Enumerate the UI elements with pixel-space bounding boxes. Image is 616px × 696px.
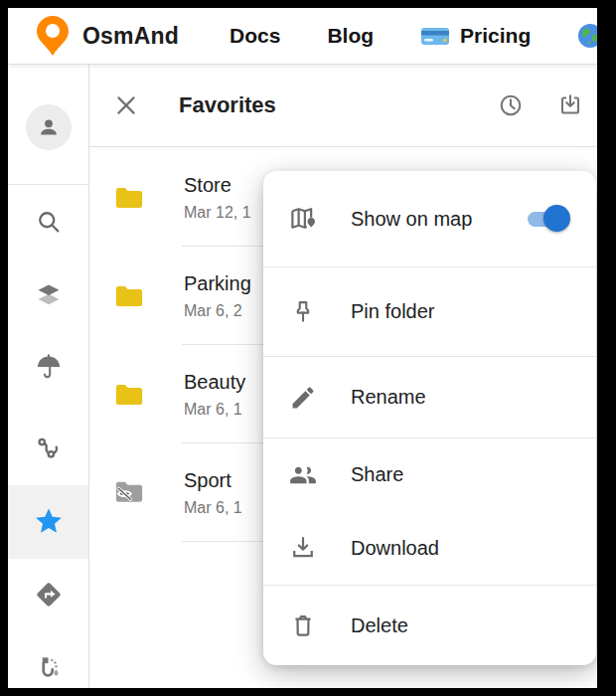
sidebar-divider <box>8 184 88 185</box>
folder-name: Store <box>184 174 251 197</box>
nav-link-docs[interactable]: Docs <box>230 24 280 48</box>
folder-icon <box>114 283 144 309</box>
menu-label-show-on-map: Show on map <box>351 208 472 231</box>
people-icon <box>288 460 318 490</box>
trash-icon <box>288 610 318 640</box>
folder-texts: Store Mar 12, 1 <box>184 174 251 222</box>
folder-date: Mar 12, 1 <box>184 204 251 222</box>
nav-link-blog-label: Blog <box>327 24 374 48</box>
pushpin-icon <box>288 297 318 327</box>
folder-date: Mar 6, 1 <box>184 499 242 517</box>
pencil-icon <box>288 383 318 413</box>
layers-icon <box>35 281 63 309</box>
menu-item-show-on-map[interactable]: Show on map <box>263 171 596 266</box>
folder-texts: Parking Mar 6, 2 <box>184 272 251 320</box>
top-navbar: OsmAnd Docs Blog <box>8 8 597 65</box>
show-on-map-toggle[interactable] <box>525 205 570 233</box>
menu-label-rename: Rename <box>351 386 426 409</box>
import-icon[interactable] <box>557 92 583 118</box>
left-sidebar <box>8 65 89 688</box>
search-icon <box>35 208 63 236</box>
sidebar-item-map-layers[interactable] <box>8 281 88 309</box>
osmand-logo-icon[interactable] <box>34 14 72 58</box>
sidebar-item-plan-route[interactable] <box>8 653 88 683</box>
nav-link-pricing[interactable]: Pricing <box>420 24 531 48</box>
folder-icon <box>114 185 144 211</box>
toggle-thumb <box>543 205 570 232</box>
folder-texts: Sport Mar 6, 1 <box>184 469 242 517</box>
sidebar-item-navigation[interactable] <box>8 580 88 609</box>
panel-header: Favorites <box>89 65 597 147</box>
nav-link-pricing-label: Pricing <box>460 24 531 48</box>
brand-name[interactable]: OsmAnd <box>82 23 179 50</box>
screenshot-frame: OsmAnd Docs Blog <box>0 0 616 696</box>
nav-links: Docs Blog Pricing <box>230 23 597 49</box>
history-clock-icon[interactable] <box>498 92 524 118</box>
folder-name: Sport <box>184 469 242 492</box>
folder-texts: Beauty Mar 6, 1 <box>184 371 245 419</box>
credit-card-icon <box>420 25 450 47</box>
plan-route-icon <box>34 653 64 683</box>
download-icon <box>288 533 318 563</box>
sidebar-item-tracks[interactable] <box>8 435 88 462</box>
folder-context-menu: Show on map Pin folder <box>263 171 596 665</box>
star-icon <box>33 505 65 537</box>
menu-item-delete[interactable]: Delete <box>263 586 596 665</box>
menu-item-rename[interactable]: Rename <box>263 357 596 437</box>
menu-item-pin-folder[interactable]: Pin folder <box>263 267 596 356</box>
osmand-web-app: OsmAnd Docs Blog <box>8 8 597 688</box>
track-route-icon <box>35 435 63 462</box>
umbrella-icon <box>35 353 63 381</box>
menu-item-download[interactable]: Download <box>263 511 596 585</box>
sidebar-item-account[interactable] <box>8 104 88 150</box>
menu-label-share: Share <box>351 463 403 486</box>
menu-item-share[interactable]: Share <box>263 438 596 511</box>
folder-name: Parking <box>184 272 251 295</box>
panel-title: Favorites <box>179 92 276 118</box>
nav-link-map[interactable]: Map <box>577 23 597 49</box>
sidebar-item-search[interactable] <box>8 208 88 236</box>
map-icon <box>288 204 318 234</box>
menu-label-delete: Delete <box>351 614 408 637</box>
nav-link-blog[interactable]: Blog <box>327 24 374 48</box>
folder-name: Beauty <box>184 371 245 394</box>
sidebar-item-weather[interactable] <box>8 353 88 381</box>
nav-link-docs-label: Docs <box>230 24 280 48</box>
globe-icon <box>577 23 597 49</box>
close-icon[interactable] <box>113 92 139 118</box>
folder-date: Mar 6, 1 <box>184 401 245 419</box>
menu-label-pin-folder: Pin folder <box>351 300 435 323</box>
account-avatar-icon <box>26 104 72 150</box>
hidden-folder-icon <box>114 479 144 507</box>
directions-icon <box>34 580 64 609</box>
sidebar-item-favorites[interactable] <box>8 505 88 537</box>
menu-label-download: Download <box>351 537 439 560</box>
folder-date: Mar 6, 2 <box>184 302 251 320</box>
folder-icon <box>114 382 144 408</box>
